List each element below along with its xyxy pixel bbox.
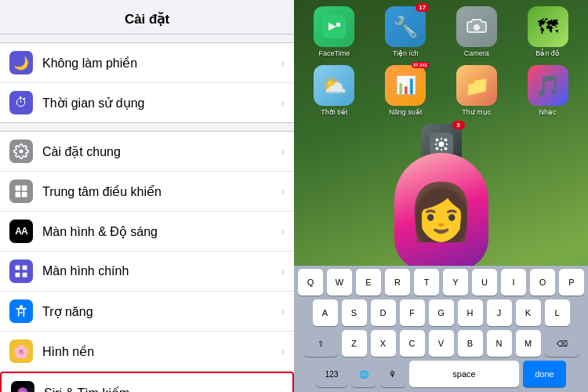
- item-label-trung-tam-dieu-khien: Trung tâm điều khiển: [42, 184, 278, 199]
- settings-section-1: 🌙 Không làm phiền › ⏱ Thời gian sử dụng …: [0, 42, 294, 123]
- svg-rect-1: [16, 186, 21, 191]
- key-v[interactable]: V: [429, 330, 454, 357]
- key-f[interactable]: F: [400, 299, 425, 326]
- key-c[interactable]: C: [400, 330, 425, 357]
- key-q[interactable]: Q: [298, 269, 323, 296]
- key-shift[interactable]: ⇧: [303, 330, 338, 357]
- settings-item-man-hinh-chinh[interactable]: Màn hình chính ›: [0, 252, 294, 292]
- accessibility-icon: [9, 299, 33, 323]
- settings-item-trung-tam-dieu-khien[interactable]: Trung tâm điều khiển ›: [0, 172, 294, 212]
- key-z[interactable]: Z: [342, 330, 367, 357]
- item-label-thoi-gian-su-dung: Thời gian sử dụng: [42, 96, 278, 111]
- key-t[interactable]: T: [414, 269, 439, 296]
- key-space[interactable]: space: [409, 361, 519, 387]
- app-tienich[interactable]: 🔧 17 Tiện ích: [379, 6, 432, 57]
- key-g[interactable]: G: [429, 299, 454, 326]
- key-i[interactable]: I: [501, 269, 526, 296]
- chevron-icon: ›: [279, 387, 283, 392]
- settings-item-tro-nang[interactable]: Trợ năng ›: [0, 292, 294, 332]
- settings-panel: Cài đặt 🌙 Không làm phiền › ⏱ Thời gian …: [0, 0, 294, 392]
- settings-item-thoi-gian-su-dung[interactable]: ⏱ Thời gian sử dụng ›: [0, 83, 294, 122]
- key-y[interactable]: Y: [443, 269, 468, 296]
- camera-label: Camera: [464, 49, 489, 57]
- key-k[interactable]: K: [516, 299, 541, 326]
- chevron-icon: ›: [281, 305, 285, 318]
- nanguat-label: Năng suất: [389, 108, 422, 116]
- key-a[interactable]: A: [313, 299, 338, 326]
- key-h[interactable]: H: [458, 299, 483, 326]
- svg-rect-4: [22, 192, 27, 198]
- facetime-label: FaceTime: [319, 49, 350, 57]
- svg-rect-5: [16, 266, 20, 270]
- settings-item-cai-dat-chung[interactable]: Cài đặt chung ›: [0, 132, 294, 172]
- key-m[interactable]: M: [516, 330, 541, 357]
- keyboard-row-1: Q W E R T Y U I O P: [296, 269, 586, 296]
- item-label-khong-lam-phien: Không làm phiền: [42, 56, 278, 71]
- nanguat-icon: 📊 37,341: [385, 65, 426, 106]
- tienich-icon: 🔧 17: [385, 6, 426, 47]
- wallpaper-icon: 🌸: [9, 339, 33, 363]
- weather-icon: ⛅: [314, 65, 354, 106]
- bando-icon: 🗺: [528, 6, 568, 47]
- item-label-hinh-nen: Hình nền: [42, 344, 278, 359]
- svg-rect-16: [336, 23, 340, 27]
- key-u[interactable]: U: [472, 269, 497, 296]
- thumuc-label: Thư mục: [462, 108, 491, 116]
- moon-icon: 🌙: [9, 51, 33, 74]
- key-mic[interactable]: 🎙: [380, 361, 405, 387]
- key-b[interactable]: B: [458, 330, 483, 357]
- weather-label: Thời tiết: [321, 108, 347, 116]
- settings-item-siri-tim-kiem[interactable]: Siri & Tìm kiếm ›: [0, 372, 294, 392]
- settings-item-man-hinh-do-sang[interactable]: AA Màn hình & Độ sáng ›: [0, 212, 294, 252]
- key-s[interactable]: S: [342, 299, 367, 326]
- chevron-icon: ›: [281, 185, 285, 198]
- key-r[interactable]: R: [385, 269, 410, 296]
- app-nhac[interactable]: 🎵 Nhạc: [521, 65, 575, 116]
- settings-list: 🌙 Không làm phiền › ⏱ Thời gian sử dụng …: [0, 34, 294, 392]
- nhac-label: Nhạc: [539, 108, 557, 116]
- display-icon: AA: [9, 220, 33, 243]
- app-bando[interactable]: 🗺 Bản đồ: [521, 6, 575, 57]
- key-done[interactable]: done: [523, 361, 566, 387]
- tienich-label: Tiện ích: [393, 49, 419, 57]
- svg-rect-8: [23, 273, 27, 278]
- chevron-icon: ›: [281, 96, 285, 109]
- key-d[interactable]: D: [371, 299, 396, 326]
- siri-icon: [11, 381, 34, 392]
- app-camera[interactable]: Camera: [450, 6, 503, 57]
- app-weather[interactable]: ⛅ Thời tiết: [307, 65, 361, 116]
- key-p[interactable]: P: [559, 269, 584, 296]
- settings-title: Cài đặt: [0, 0, 294, 34]
- camera-icon: [456, 6, 497, 47]
- svg-point-9: [20, 306, 23, 308]
- item-label-tro-nang: Trợ năng: [42, 304, 278, 319]
- key-delete[interactable]: ⌫: [545, 330, 579, 357]
- settings-item-khong-lam-phien[interactable]: 🌙 Không làm phiền ›: [0, 43, 294, 83]
- key-globe[interactable]: 🌐: [351, 361, 376, 387]
- svg-point-23: [435, 139, 438, 142]
- settings-item-hinh-nen[interactable]: 🌸 Hình nền ›: [0, 332, 294, 372]
- key-e[interactable]: E: [356, 269, 381, 296]
- bando-label: Bản đồ: [535, 49, 560, 57]
- keyboard-row-2: A S D F G H J K L: [296, 299, 586, 326]
- key-n[interactable]: N: [487, 330, 512, 357]
- tienich-badge: 17: [416, 3, 429, 12]
- key-x[interactable]: X: [371, 330, 396, 357]
- chevron-icon: ›: [281, 145, 285, 158]
- control-center-icon: [9, 180, 33, 203]
- key-l[interactable]: L: [545, 299, 570, 326]
- app-facetime[interactable]: FaceTime: [307, 6, 361, 57]
- key-w[interactable]: W: [327, 269, 352, 296]
- thumuc-icon: 📁: [456, 65, 497, 106]
- phone-panel: FaceTime 🔧 17 Tiện ích Camera: [294, 0, 588, 392]
- key-123[interactable]: 123: [316, 361, 347, 387]
- facetime-icon: [314, 6, 354, 47]
- keyboard-row-3: ⇧ Z X C V B N M ⌫: [296, 330, 586, 357]
- app-thumuc[interactable]: 📁 Thư mục: [450, 65, 503, 116]
- item-label-cai-dat-chung: Cài đặt chung: [42, 144, 278, 159]
- svg-rect-3: [16, 192, 21, 198]
- key-o[interactable]: O: [530, 269, 555, 296]
- chevron-icon: ›: [281, 345, 285, 358]
- key-j[interactable]: J: [487, 299, 512, 326]
- app-nanguat[interactable]: 📊 37,341 Năng suất: [379, 65, 432, 116]
